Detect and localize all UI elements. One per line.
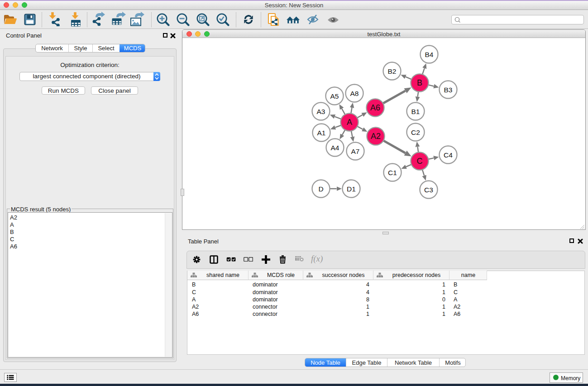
svg-text:D: D — [318, 185, 323, 193]
svg-text:A2: A2 — [371, 132, 381, 141]
svg-text:A3: A3 — [317, 108, 325, 115]
svg-text:C4: C4 — [444, 151, 453, 159]
svg-text:B1: B1 — [411, 108, 420, 115]
svg-text:B4: B4 — [425, 51, 434, 58]
svg-text:B3: B3 — [444, 86, 453, 94]
svg-text:A7: A7 — [351, 148, 360, 155]
svg-text:D1: D1 — [347, 185, 356, 193]
svg-text:A4: A4 — [331, 144, 339, 152]
svg-text:B2: B2 — [388, 67, 397, 75]
svg-text:C1: C1 — [388, 169, 397, 176]
svg-text:A1: A1 — [317, 129, 326, 137]
svg-text:A6: A6 — [370, 103, 380, 112]
svg-text:A: A — [347, 118, 352, 127]
svg-text:C2: C2 — [411, 129, 420, 136]
svg-text:C: C — [417, 157, 423, 166]
svg-text:A8: A8 — [350, 90, 359, 97]
svg-text:C3: C3 — [424, 186, 433, 194]
svg-text:A5: A5 — [330, 92, 339, 100]
svg-text:B: B — [417, 78, 422, 87]
